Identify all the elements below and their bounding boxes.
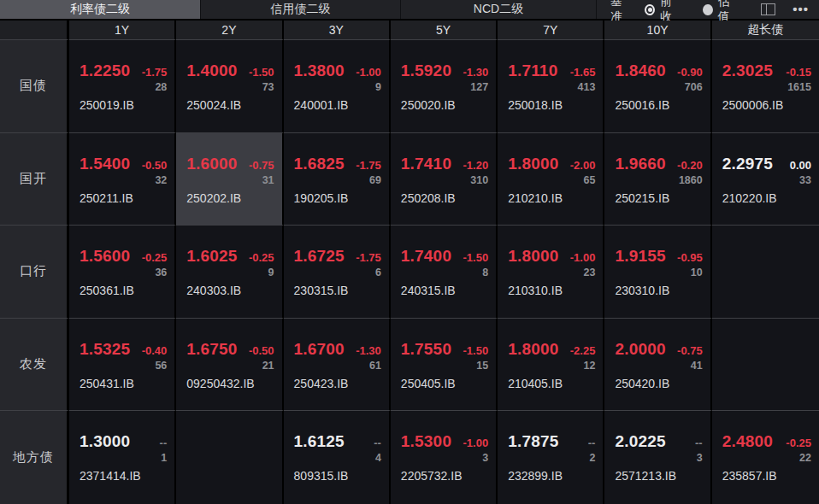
quote-cell[interactable]: 1.9155-0.9510230310.IB bbox=[604, 226, 711, 319]
bond-code: 240001.IB bbox=[294, 98, 381, 112]
bond-code: 250211.IB bbox=[80, 191, 167, 205]
quote-cell[interactable]: 1.5920-1.30127250020.IB bbox=[391, 40, 498, 133]
quote-cell[interactable]: 1.9660-0.201860250215.IB bbox=[604, 133, 711, 226]
quote-cell[interactable]: 1.3000--12371414.IB bbox=[69, 411, 176, 504]
yield-value: 2.2975 bbox=[722, 155, 773, 173]
bond-code: 250423.IB bbox=[294, 377, 381, 390]
trade-count: 31 bbox=[186, 174, 274, 186]
change-value: -2.00 bbox=[570, 159, 596, 172]
benchmark-control: 基准 前收估值 ••• bbox=[597, 0, 819, 19]
yield-value: 1.9155 bbox=[615, 247, 665, 266]
quote-cell[interactable] bbox=[712, 226, 819, 319]
change-value: -1.00 bbox=[570, 251, 596, 264]
change-value: -0.90 bbox=[677, 66, 703, 79]
column-header-2: 3Y bbox=[284, 21, 391, 40]
trade-count: 28 bbox=[80, 81, 167, 93]
quote-cell[interactable]: 1.8000-2.2512210405.IB bbox=[498, 319, 604, 412]
bond-code: 2571213.IB bbox=[615, 469, 702, 483]
trade-count: 3 bbox=[615, 452, 702, 464]
change-value: -0.95 bbox=[677, 251, 703, 264]
change-value: -1.75 bbox=[142, 66, 168, 79]
trade-count: 413 bbox=[508, 81, 595, 93]
change-value: -1.65 bbox=[570, 66, 596, 79]
bond-code: 250208.IB bbox=[401, 191, 488, 205]
yield-value: 1.5325 bbox=[80, 340, 130, 359]
quote-cell[interactable]: 1.8000-1.0023210310.IB bbox=[498, 226, 604, 319]
more-menu-icon[interactable]: ••• bbox=[792, 5, 809, 14]
tab-0[interactable]: 利率债二级 bbox=[0, 0, 201, 19]
quote-cell[interactable]: 2.29750.0033210220.IB bbox=[712, 133, 819, 226]
quote-cell[interactable]: 1.6825-1.7569190205.IB bbox=[284, 133, 391, 226]
row-header-0: 国债 bbox=[0, 40, 69, 133]
change-value: -0.25 bbox=[142, 251, 168, 264]
quote-cell[interactable]: 1.6700-1.3061250423.IB bbox=[284, 319, 391, 412]
quote-cell[interactable]: 2.0225--32571213.IB bbox=[604, 411, 711, 504]
quote-cell[interactable]: 1.2250-1.7528250019.IB bbox=[69, 40, 176, 133]
trade-count: 1860 bbox=[615, 174, 702, 186]
bond-code: 210220.IB bbox=[722, 191, 811, 205]
quote-cell[interactable]: 1.5325-0.4056250431.IB bbox=[69, 319, 176, 412]
quote-cell[interactable]: 1.7110-1.65413250018.IB bbox=[498, 40, 604, 133]
bond-code: 190205.IB bbox=[294, 191, 381, 205]
quote-cell[interactable] bbox=[712, 319, 819, 412]
quote-cell[interactable]: 2.3025-0.1516152500006.IB bbox=[712, 40, 819, 133]
quote-cell[interactable]: 2.0000-0.7541250420.IB bbox=[604, 319, 711, 412]
layout-split-icon[interactable] bbox=[761, 3, 775, 15]
change-value: -1.00 bbox=[356, 66, 381, 79]
quote-cell[interactable]: 1.6025-0.259240303.IB bbox=[176, 226, 283, 319]
quote-cell[interactable]: 1.8000-2.0065210210.IB bbox=[498, 133, 604, 226]
bond-code: 2500006.IB bbox=[722, 98, 811, 112]
quote-cell[interactable]: 1.6725-1.756230315.IB bbox=[284, 226, 391, 319]
toolbar-icons: ••• bbox=[761, 3, 809, 15]
quote-board: 1Y2Y3Y5Y7Y10Y超长债国债1.2250-1.7528250019.IB… bbox=[0, 21, 819, 504]
change-value: -0.50 bbox=[249, 344, 274, 357]
yield-value: 1.6125 bbox=[294, 432, 345, 451]
yield-value: 2.4800 bbox=[722, 432, 773, 451]
quote-cell[interactable]: 1.6750-0.502109250432.IB bbox=[176, 319, 283, 412]
quote-cell[interactable]: 1.5300-1.0032205732.IB bbox=[391, 411, 498, 504]
quote-cell[interactable]: 1.7875--2232899.IB bbox=[498, 411, 604, 504]
trade-count: 22 bbox=[722, 452, 811, 464]
quote-cell[interactable]: 1.7400-1.508240315.IB bbox=[391, 226, 498, 319]
trade-count: 65 bbox=[508, 174, 595, 186]
change-value: -1.75 bbox=[356, 251, 381, 264]
quote-cell[interactable]: 1.8460-0.90706250016.IB bbox=[604, 40, 711, 133]
quote-cell[interactable]: 1.4000-1.5073250024.IB bbox=[176, 40, 283, 133]
quote-cell[interactable]: 1.5600-0.2536250361.IB bbox=[69, 226, 176, 319]
quote-cell[interactable]: 1.5400-0.5032250211.IB bbox=[69, 133, 176, 226]
trade-count: 23 bbox=[508, 267, 595, 278]
change-value: -0.75 bbox=[677, 344, 703, 357]
bond-code: 210310.IB bbox=[508, 284, 595, 297]
change-value: -2.25 bbox=[570, 344, 596, 357]
yield-value: 1.6025 bbox=[186, 247, 237, 266]
quote-cell[interactable]: 1.6125--4809315.IB bbox=[284, 411, 391, 504]
quote-cell[interactable]: 1.7410-1.20310250208.IB bbox=[391, 133, 498, 226]
bond-code: 250019.IB bbox=[80, 98, 167, 112]
change-value: -- bbox=[374, 437, 381, 449]
tab-1[interactable]: 信用债二级 bbox=[201, 0, 401, 19]
trade-count: 21 bbox=[186, 360, 274, 372]
tab-2[interactable]: NCD二级 bbox=[401, 0, 597, 19]
trade-count: 4 bbox=[294, 452, 381, 464]
yield-value: 1.3000 bbox=[80, 432, 130, 451]
bond-code: 09250432.IB bbox=[186, 377, 274, 390]
change-value: -- bbox=[695, 437, 703, 449]
quote-cell[interactable] bbox=[176, 411, 283, 504]
bond-code: 210405.IB bbox=[508, 377, 595, 390]
change-value: -1.30 bbox=[356, 344, 381, 357]
trade-count: 15 bbox=[401, 360, 488, 372]
bond-code: 240315.IB bbox=[401, 284, 488, 297]
bond-code: 235857.IB bbox=[722, 469, 811, 483]
corner-cell bbox=[0, 21, 69, 40]
change-value: -1.20 bbox=[463, 159, 489, 172]
column-header-6: 超长债 bbox=[712, 21, 819, 40]
yield-value: 1.5300 bbox=[401, 432, 451, 451]
bond-code: 250020.IB bbox=[401, 98, 488, 112]
change-value: -0.15 bbox=[786, 66, 811, 79]
quote-cell[interactable]: 1.7550-1.5015250405.IB bbox=[391, 319, 498, 412]
column-header-5: 10Y bbox=[604, 21, 711, 40]
quote-cell[interactable]: 1.3800-1.009240001.IB bbox=[284, 40, 391, 133]
quote-cell[interactable]: 2.4800-0.2522235857.IB bbox=[712, 411, 819, 504]
quote-cell[interactable]: 1.6000-0.7531250202.IB bbox=[176, 133, 283, 226]
column-header-0: 1Y bbox=[69, 21, 176, 40]
